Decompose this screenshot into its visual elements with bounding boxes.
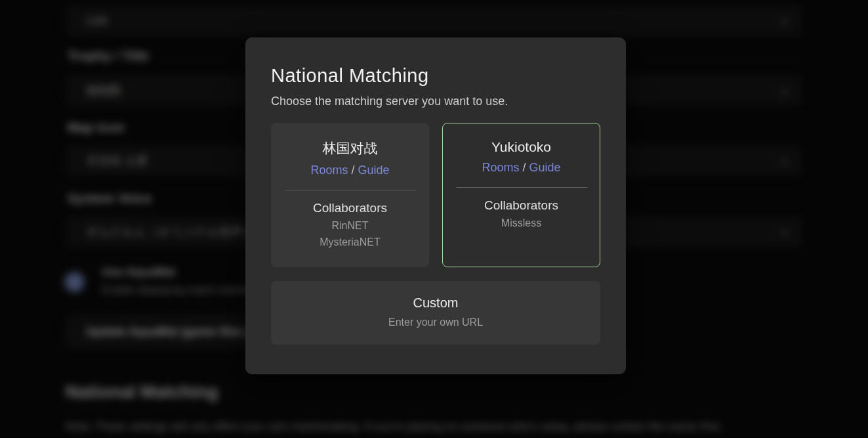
server-links: Rooms / Guide [272,164,428,177]
server-card-linguo[interactable]: 林国对战 Rooms / Guide Collaborators RinNET … [271,123,429,267]
page: Link Trophy / Title 無制限 Map Icon 天空街 土星 … [0,0,868,438]
dialog-subtitle: Choose the matching server you want to u… [271,95,600,108]
collaborator-name: Missless [443,217,600,229]
collaborator-name: MysteriaNET [272,236,428,248]
server-options: 林国对战 Rooms / Guide Collaborators RinNET … [271,123,600,267]
link-separator: / [522,161,526,174]
collaborators-label: Collaborators [272,201,428,215]
rooms-link[interactable]: Rooms [482,161,519,174]
card-divider [456,187,587,188]
link-separator: / [351,164,354,177]
collaborators-label: Collaborators [443,198,600,213]
dialog-title: National Matching [271,65,600,87]
server-name: Yukiotoko [443,139,600,155]
collaborator-name: RinNET [272,220,428,232]
card-divider [285,190,416,190]
custom-card-subtitle: Enter your own URL [271,317,600,328]
server-card-yukiotoko[interactable]: Yukiotoko Rooms / Guide Collaborators Mi… [442,123,600,267]
server-links: Rooms / Guide [443,161,600,175]
custom-card-title: Custom [271,296,600,311]
server-name: 林国对战 [272,139,428,158]
guide-link[interactable]: Guide [358,164,390,177]
national-matching-dialog: National Matching Choose the matching se… [245,37,626,374]
custom-server-card[interactable]: Custom Enter your own URL [271,281,600,345]
rooms-link[interactable]: Rooms [310,164,348,177]
guide-link[interactable]: Guide [529,161,561,174]
